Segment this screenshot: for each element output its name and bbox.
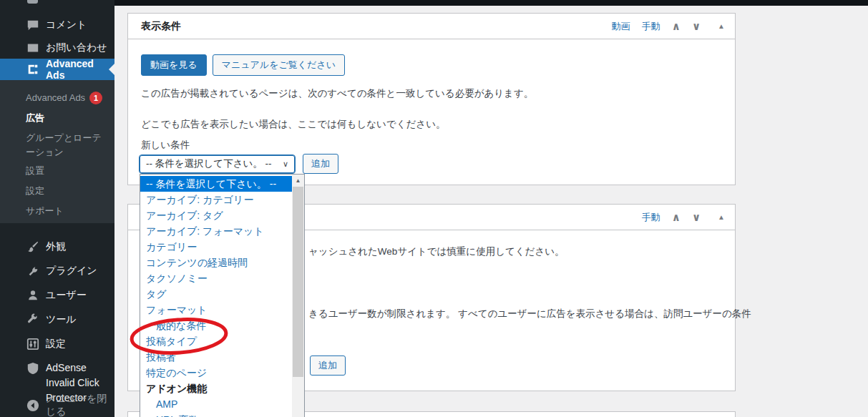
sidebar-item-label: コメント <box>46 19 87 31</box>
toggle-panel-icon[interactable]: ▲ <box>718 22 725 30</box>
admin-sidebar: コメント お問い合わせ Advanced Ads Advanced Ads1 広… <box>0 0 114 417</box>
dropdown-option-category[interactable]: カテゴリー <box>140 239 292 255</box>
scrollbar-thumb[interactable] <box>293 187 303 377</box>
sidebar-item-contact[interactable]: お問い合わせ <box>0 37 114 59</box>
dropdown-option-post-type[interactable]: 投稿タイプ <box>140 333 292 349</box>
dropdown-option-content-age[interactable]: コンテンツの経過時間 <box>140 255 292 270</box>
dropdown-option-archive-tag[interactable]: アーカイブ: タグ <box>140 207 292 223</box>
chevron-down-icon: ∨ <box>283 160 288 169</box>
sidebar-item-label: Advanced Ads <box>46 58 114 81</box>
submenu-item-settings[interactable]: 設定 <box>0 184 114 198</box>
sidebar-item-plugins[interactable]: プラグイン <box>0 260 114 282</box>
dropdown-option-taxonomy[interactable]: タクソノミー <box>140 270 292 286</box>
dropdown-option-amp[interactable]: AMP <box>140 396 292 412</box>
sidebar-item-users[interactable]: ユーザー <box>0 285 114 306</box>
update-count-badge: 1 <box>89 92 102 104</box>
view-manual-button[interactable]: マニュアルをご覧ください <box>213 54 345 76</box>
dropdown-option-author[interactable]: 投稿者 <box>140 349 292 365</box>
add-visitor-condition-button[interactable]: 追加 <box>310 355 346 376</box>
move-down-icon[interactable]: ∨ <box>692 211 701 224</box>
sidebar-item-adsense-protector[interactable]: AdSense Invalid Click Protector <box>0 359 114 391</box>
collapse-arrow-circle-icon <box>26 398 40 413</box>
sidebar-item-label: 外観 <box>46 240 66 253</box>
dropdown-option-format[interactable]: フォーマット <box>140 302 292 318</box>
comment-icon <box>26 18 40 32</box>
submenu-item-advanced-ads[interactable]: Advanced Ads1 <box>0 91 114 105</box>
dropdown-group-addon-features: アドオン機能 <box>140 381 292 396</box>
wrench-icon <box>26 313 40 327</box>
plug-icon <box>26 264 40 278</box>
submenu-item-placements[interactable]: 設置 <box>0 164 114 178</box>
shield-icon <box>26 361 40 376</box>
user-icon <box>26 288 40 303</box>
toggle-panel-icon[interactable]: ▲ <box>718 213 725 221</box>
video-link[interactable]: 動画 <box>612 20 630 33</box>
user-limit-text: きるユーザー数が制限されます。 すべてのユーザーに広告を表示させる場合は、訪問ユ… <box>308 308 751 320</box>
dropdown-option-general[interactable]: 一般的な条件 <box>140 318 292 333</box>
dropdown-option-url-variable[interactable]: URL 変数 <box>140 412 292 417</box>
sidebar-item-appearance[interactable]: 外観 <box>0 236 114 257</box>
manual-link[interactable]: 手動 <box>642 20 660 33</box>
sidebar-item-label: お問い合わせ <box>46 41 107 54</box>
paintbrush-icon <box>26 240 40 254</box>
sidebar-item-tools[interactable]: ツール <box>0 309 114 330</box>
dropdown-option-archive-format[interactable]: アーカイブ: フォーマット <box>140 223 292 239</box>
sidebar-item-label: メニューを閉じる <box>46 393 114 417</box>
sidebar-item-comments[interactable]: コメント <box>0 14 114 36</box>
scroll-up-icon[interactable]: ▲ <box>292 175 304 186</box>
submenu-item-support[interactable]: サポート <box>0 204 114 218</box>
envelope-icon <box>26 41 40 55</box>
new-condition-label: 新しい条件 <box>141 139 190 152</box>
manual-link[interactable]: 手動 <box>642 211 660 224</box>
conditions-hint-text: どこでも広告を表示したい場合は、ここでは何もしないでください。 <box>141 118 445 131</box>
sidebar-item-label: プラグイン <box>46 265 97 278</box>
panel-header[interactable]: 表示条件 動画 手動 ∧ ∨ ▲ <box>128 14 735 39</box>
dropdown-option-tag[interactable]: タグ <box>140 286 292 302</box>
move-down-icon[interactable]: ∨ <box>692 20 701 33</box>
sidebar-item-label: 設定 <box>46 338 66 350</box>
conditions-intro-text: この広告が掲載されているページは、次のすべての条件と一致している必要があります。 <box>141 87 533 100</box>
dropdown-scrollbar[interactable]: ▲ <box>292 175 304 417</box>
move-up-icon[interactable]: ∧ <box>672 20 681 33</box>
sliders-icon <box>26 337 40 351</box>
condition-dropdown-list: -- 条件を選択して下さい。 -- アーカイブ: カテゴリー アーカイブ: タグ… <box>140 174 305 417</box>
cache-warning-text: ャッシュされたWebサイトでは慎重に使用してください。 <box>308 245 565 258</box>
sidebar-item-label: ツール <box>46 313 77 326</box>
sidebar-item-settings[interactable]: 設定 <box>0 333 114 355</box>
dropdown-option-specific-pages[interactable]: 特定のページ <box>140 365 292 381</box>
move-up-icon[interactable]: ∧ <box>672 211 681 224</box>
dropdown-option-placeholder[interactable]: -- 条件を選択して下さい。 -- <box>140 176 292 192</box>
display-conditions-panel: 表示条件 動画 手動 ∧ ∨ ▲ 動画を見る マニュアルをご覧ください この広告… <box>127 13 736 185</box>
watch-video-button[interactable]: 動画を見る <box>141 54 207 76</box>
dropdown-option-archive-category[interactable]: アーカイブ: カテゴリー <box>140 192 292 207</box>
cropped-menu-icon <box>27 0 38 4</box>
sidebar-item-collapse-menu[interactable]: メニューを閉じる <box>0 395 114 416</box>
condition-select[interactable]: -- 条件を選択して下さい。 -- ∨ <box>139 154 296 174</box>
panel-title: 表示条件 <box>141 20 181 33</box>
sidebar-item-label: ユーザー <box>46 289 87 302</box>
condition-select-value: -- 条件を選択して下さい。 -- <box>146 157 272 170</box>
add-condition-button[interactable]: 追加 <box>303 154 338 174</box>
submenu-item-ads[interactable]: 広告 <box>0 111 114 125</box>
admin-bar-sliver <box>114 0 868 6</box>
sidebar-item-advanced-ads[interactable]: Advanced Ads <box>0 59 114 80</box>
advanced-ads-icon <box>26 62 40 77</box>
submenu-item-groups-rotation[interactable]: グループとローテーション <box>0 131 107 160</box>
